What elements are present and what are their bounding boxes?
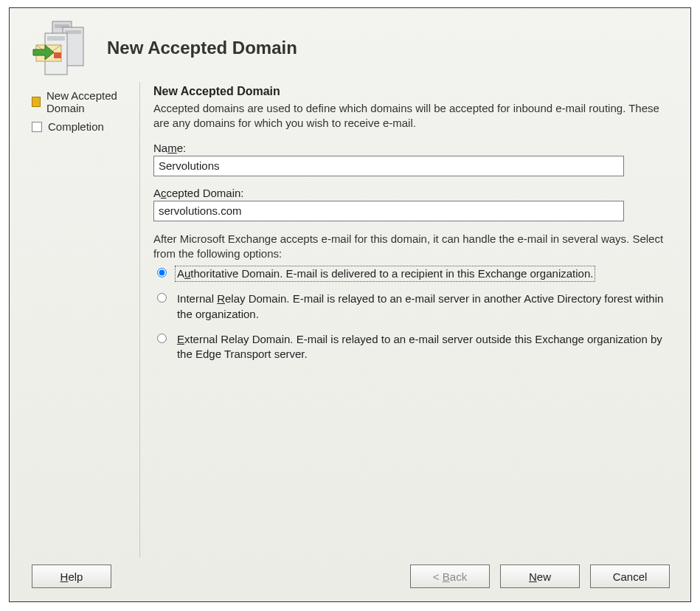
wizard-steps-sidebar: New Accepted Domain Completion [32, 82, 140, 557]
option-external-relay-label: External Relay Domain. E-mail is relayed… [175, 331, 677, 363]
options-intro: After Microsoft Exchange accepts e-mail … [153, 232, 677, 262]
wizard-window: New Accepted Domain New Accepted Domain … [9, 7, 691, 602]
option-internal-relay-label: Internal Relay Domain. E-mail is relayed… [175, 291, 677, 322]
accepted-domain-label: Accepted Domain: [153, 187, 677, 199]
name-input[interactable] [153, 156, 624, 176]
option-internal-relay-radio[interactable] [157, 293, 167, 303]
option-authoritative-radio[interactable] [157, 268, 167, 277]
step-completion: Completion [32, 117, 139, 136]
step-label: New Accepted Domain [46, 89, 139, 114]
back-button: < Back [410, 565, 490, 588]
wizard-title: New Accepted Domain [107, 38, 297, 58]
content-heading: New Accepted Domain [153, 85, 677, 98]
option-external-relay-radio[interactable] [157, 334, 167, 343]
option-authoritative-label: Authoritative Domain. E-mail is delivere… [175, 266, 595, 282]
svg-rect-5 [47, 36, 65, 41]
accepted-domain-input[interactable] [153, 201, 624, 221]
name-label: Name: [153, 142, 677, 154]
help-button[interactable]: Help [32, 565, 111, 588]
step-new-accepted-domain: New Accepted Domain [32, 86, 139, 117]
step-pending-icon [32, 122, 42, 132]
step-label: Completion [48, 120, 104, 133]
content-description: Accepted domains are used to define whic… [153, 101, 677, 131]
cancel-button[interactable]: Cancel [590, 565, 670, 588]
servers-mail-icon [32, 20, 88, 76]
new-button[interactable]: New [500, 565, 580, 588]
option-external-relay[interactable]: External Relay Domain. E-mail is relayed… [153, 331, 677, 363]
wizard-header: New Accepted Domain [10, 8, 690, 82]
option-authoritative[interactable]: Authoritative Domain. E-mail is delivere… [153, 266, 677, 282]
wizard-footer: Help < Back New Cancel [10, 557, 690, 601]
wizard-content: New Accepted Domain Accepted domains are… [140, 82, 677, 557]
option-internal-relay[interactable]: Internal Relay Domain. E-mail is relayed… [153, 291, 677, 322]
svg-rect-7 [54, 52, 61, 58]
step-active-icon [32, 97, 41, 107]
